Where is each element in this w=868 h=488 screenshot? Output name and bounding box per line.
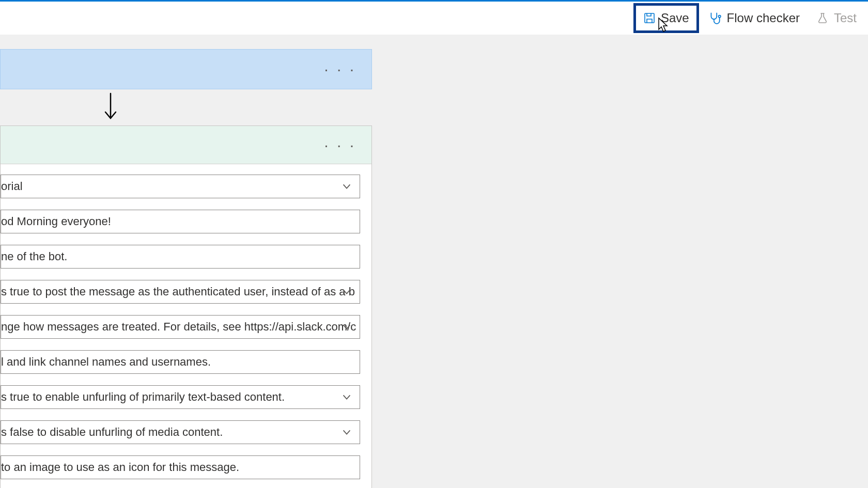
- save-button[interactable]: Save: [633, 3, 699, 33]
- flow-checker-label: Flow checker: [727, 11, 800, 25]
- save-icon: [643, 12, 656, 24]
- test-button[interactable]: Test: [809, 6, 864, 30]
- action-card[interactable]: · · · orial od Morning everyone! ne of t…: [0, 125, 372, 488]
- field-text: od Morning everyone!: [1, 215, 111, 228]
- field-text: to an image to use as an icon for this m…: [1, 461, 239, 474]
- action-card-body: orial od Morning everyone! ne of the bot…: [1, 164, 371, 488]
- field-text: orial: [1, 180, 23, 193]
- trigger-card[interactable]: · · ·: [0, 49, 372, 89]
- chevron-down-icon: [341, 286, 352, 297]
- action-more-menu[interactable]: · · ·: [324, 136, 356, 154]
- chevron-down-icon: [341, 427, 352, 438]
- message-text-input[interactable]: od Morning everyone!: [1, 210, 360, 233]
- save-label: Save: [661, 11, 689, 25]
- icon-url-input[interactable]: to an image to use as an icon for this m…: [1, 455, 360, 479]
- field-text: s true to enable unfurling of primarily …: [1, 390, 285, 404]
- field-text: s true to post the message as the authen…: [1, 285, 355, 298]
- unfurl-media-select[interactable]: s false to disable unfurling of media co…: [1, 420, 360, 444]
- svg-point-1: [718, 15, 720, 18]
- field-text: nge how messages are treated. For detail…: [1, 320, 356, 334]
- field-text: l and link channel names and usernames.: [1, 355, 211, 369]
- test-label: Test: [834, 11, 857, 25]
- chevron-down-icon: [341, 181, 352, 192]
- trigger-more-menu[interactable]: · · ·: [324, 60, 356, 78]
- action-card-header[interactable]: · · ·: [1, 126, 371, 164]
- field-text: s false to disable unfurling of media co…: [1, 426, 223, 439]
- channel-select[interactable]: orial: [1, 175, 360, 198]
- flow-checker-button[interactable]: Flow checker: [701, 6, 807, 30]
- field-text: ne of the bot.: [1, 250, 67, 263]
- flow-canvas: · · · · · · orial od Morning everyone! n…: [0, 35, 868, 488]
- arrow-down-icon: [103, 91, 118, 124]
- stethoscope-icon: [708, 11, 722, 25]
- unfurl-links-select[interactable]: s true to enable unfurling of primarily …: [1, 385, 360, 409]
- svg-rect-0: [645, 13, 654, 23]
- parse-mode-select[interactable]: nge how messages are treated. For detail…: [1, 315, 360, 339]
- flask-icon: [816, 12, 829, 24]
- toolbar: Save Flow checker Test: [0, 2, 868, 35]
- link-names-input[interactable]: l and link channel names and usernames.: [1, 350, 360, 374]
- bot-name-input[interactable]: ne of the bot.: [1, 245, 360, 269]
- post-as-user-select[interactable]: s true to post the message as the authen…: [1, 280, 360, 304]
- chevron-down-icon: [341, 321, 352, 333]
- chevron-down-icon: [341, 391, 352, 403]
